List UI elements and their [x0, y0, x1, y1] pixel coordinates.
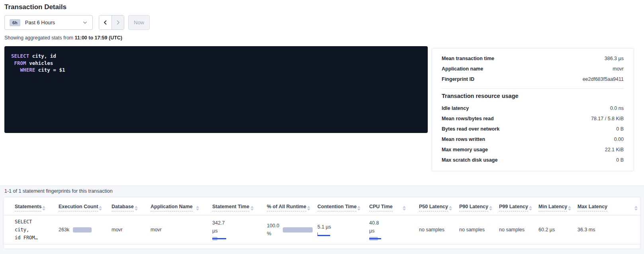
- next-time-button[interactable]: [112, 16, 124, 29]
- contention-time-bar: [317, 233, 330, 236]
- column-header-inner[interactable]: Max Latency: [567, 197, 640, 215]
- column-header-inner[interactable]: P50 Latency: [408, 197, 448, 215]
- column-header-execution-count[interactable]: Execution Count: [48, 197, 101, 215]
- previous-time-button[interactable]: [99, 16, 112, 29]
- summary-row-label: Application name: [442, 66, 483, 72]
- sort-asc-arrow: [99, 206, 102, 208]
- summary-row: Max memory usage22.1 KiB: [442, 145, 624, 155]
- column-header-inner[interactable]: Application Name: [140, 197, 202, 215]
- column-header-database[interactable]: Database: [101, 197, 140, 215]
- sort-desc-arrow: [568, 209, 571, 211]
- time-range-label: Past 6 Hours: [25, 20, 82, 25]
- sort-icon[interactable]: [634, 205, 638, 211]
- column-header-p90-latency[interactable]: P90 Latency: [448, 197, 488, 215]
- column-header-label: CPU Time: [369, 204, 393, 211]
- column-header-statement-time[interactable]: Statement Time: [202, 197, 256, 215]
- sort-desc-arrow: [99, 209, 102, 211]
- column-header-p50-latency[interactable]: P50 Latency: [408, 197, 448, 215]
- sort-icon[interactable]: [528, 205, 533, 211]
- column-header-inner[interactable]: Min Latency: [528, 197, 567, 215]
- column-header-label: P90 Latency: [459, 204, 488, 211]
- column-header--of-all-runtime[interactable]: % of All Runtime: [256, 197, 307, 215]
- column-header-inner[interactable]: CPU Time: [358, 197, 408, 215]
- time-nav-group: [99, 15, 124, 30]
- summary-row-value: 386.3 µs: [605, 56, 624, 61]
- sort-icon[interactable]: [402, 205, 407, 211]
- sort-icon[interactable]: [448, 205, 453, 211]
- time-range-dropdown[interactable]: 6h Past 6 Hours: [4, 15, 93, 30]
- summary-row-label: Idle latency: [442, 106, 469, 111]
- sort-desc-arrow: [489, 209, 492, 211]
- percent-of-runtime-cell: 100.0 %: [256, 215, 307, 244]
- sort-asc-arrow: [529, 206, 532, 208]
- column-header-p99-latency[interactable]: P99 Latency: [488, 197, 528, 215]
- percent-of-runtime-content: 100.0 %: [267, 222, 305, 238]
- summary-row-label: Mean transaction time: [442, 56, 494, 61]
- column-header-max-latency[interactable]: Max Latency: [567, 197, 640, 215]
- sort-icon[interactable]: [356, 205, 361, 211]
- min-latency-cell: 60.2 µs: [528, 215, 567, 244]
- statement-link[interactable]: SELECT city,id FROM…: [15, 218, 46, 242]
- column-header-statements[interactable]: Statements: [4, 197, 48, 215]
- column-header-inner[interactable]: Execution Count: [48, 197, 101, 215]
- column-header-inner[interactable]: Database: [101, 197, 140, 215]
- column-header-inner[interactable]: Contention Time: [307, 197, 358, 215]
- stats-note-prefix: Showing aggregated stats from: [4, 35, 75, 41]
- statements-section: 1-1 of 1 statement fingerprints for this…: [0, 186, 644, 254]
- summary-row-value: 0 B: [616, 126, 624, 132]
- column-header-cpu-time[interactable]: CPU Time: [358, 197, 408, 215]
- sort-icon[interactable]: [134, 205, 139, 211]
- summary-divider: [442, 88, 624, 89]
- sort-asc-arrow: [357, 206, 360, 208]
- column-header-label: Application Name: [151, 204, 193, 211]
- sort-icon[interactable]: [567, 205, 572, 211]
- sort-icon[interactable]: [41, 205, 46, 211]
- statement-line: SELECT city,: [15, 218, 46, 234]
- percent-of-runtime-value: 100.0 %: [267, 222, 279, 238]
- column-header-inner[interactable]: P90 Latency: [448, 197, 488, 215]
- statements-table-card: StatementsExecution CountDatabaseApplica…: [4, 197, 640, 248]
- column-header-label: Database: [112, 204, 134, 211]
- chevron-down-icon: [82, 20, 88, 25]
- sql-text: city, id: [29, 53, 56, 59]
- sort-asc-arrow: [489, 206, 492, 208]
- sql-text: city = $1: [35, 67, 65, 73]
- main-row: SELECT city, id FROM vehicles WHERE city…: [4, 46, 640, 171]
- sort-icon[interactable]: [488, 205, 493, 211]
- column-header-inner[interactable]: Statements: [4, 197, 48, 215]
- sort-asc-arrow: [196, 206, 199, 208]
- contention-time-cell: 5.1 µs: [307, 215, 358, 244]
- execution-count-bar: [73, 227, 92, 233]
- summary-row-value: ee2df683f5aa9411: [583, 76, 624, 82]
- sql-keyword: WHERE: [20, 67, 35, 73]
- sort-asc-arrow: [42, 206, 45, 208]
- column-header-contention-time[interactable]: Contention Time: [307, 197, 358, 215]
- time-controls: 6h Past 6 Hours Now: [4, 15, 640, 30]
- statements-count-note: 1-1 of 1 statement fingerprints for this…: [4, 188, 640, 194]
- sort-asc-arrow: [403, 206, 406, 208]
- sort-icon[interactable]: [98, 205, 103, 211]
- sort-desc-arrow: [529, 209, 532, 211]
- column-header-inner[interactable]: P99 Latency: [488, 197, 528, 215]
- sort-asc-arrow: [634, 206, 638, 208]
- column-header-min-latency[interactable]: Min Latency: [528, 197, 567, 215]
- sort-asc-arrow: [568, 206, 571, 208]
- cpu-time-bar-blue: [369, 238, 381, 239]
- column-header-application-name[interactable]: Application Name: [140, 197, 202, 215]
- execution-count-content: 263k: [59, 227, 99, 233]
- sort-icon[interactable]: [306, 205, 311, 211]
- statements-cell[interactable]: SELECT city,id FROM…: [4, 215, 48, 244]
- execution-count-value: 263k: [59, 227, 69, 233]
- summary-row: Mean rows/bytes read78.17 / 5.8 KiB: [442, 113, 624, 124]
- sort-asc-arrow: [251, 206, 254, 208]
- sort-icon[interactable]: [250, 205, 254, 211]
- time-range-badge: 6h: [10, 19, 20, 26]
- sort-desc-arrow: [135, 209, 138, 211]
- column-header-inner[interactable]: Statement Time: [202, 197, 256, 215]
- now-button[interactable]: Now: [128, 15, 150, 30]
- sort-icon[interactable]: [195, 205, 200, 211]
- cpu-time-cell: 40.8 µs: [358, 215, 408, 244]
- table-card-padding: [4, 244, 640, 248]
- column-header-inner[interactable]: % of All Runtime: [256, 197, 307, 215]
- column-header-label: Statement Time: [212, 204, 249, 211]
